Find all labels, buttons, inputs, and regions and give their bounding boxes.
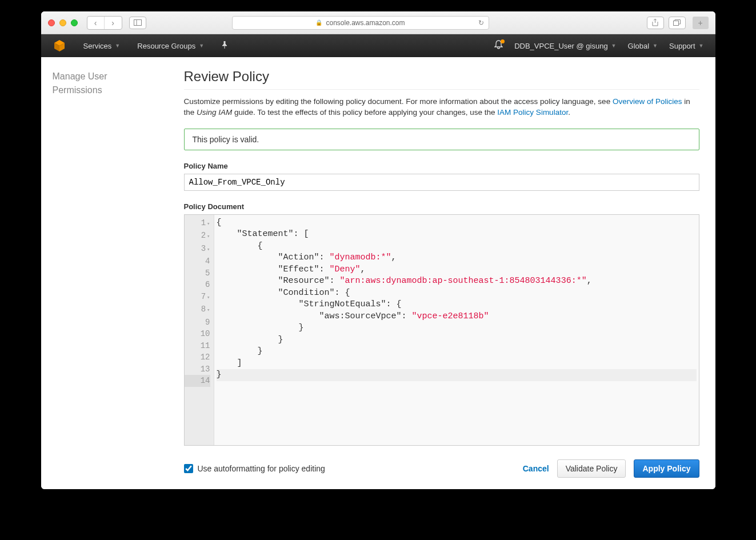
validate-policy-button[interactable]: Validate Policy (557, 459, 626, 478)
maximize-window-button[interactable] (71, 19, 78, 26)
browser-chrome: ‹ › 🔒 console.aws.amazon.com ↻ + (41, 11, 715, 34)
user-menu[interactable]: DDB_VPCE_User @ gisung ▼ (514, 42, 616, 50)
chevron-down-icon: ▼ (199, 43, 204, 49)
autoformat-label: Use autoformatting for policy editing (198, 464, 325, 473)
autoformat-input[interactable] (184, 464, 193, 473)
address-bar[interactable]: 🔒 console.aws.amazon.com ↻ (232, 16, 489, 30)
sidebar: Manage User Permissions (41, 57, 173, 489)
editor-body[interactable]: { "Statement": [ { "Action": "dynamodb:*… (214, 215, 699, 445)
chevron-down-icon: ▼ (653, 43, 658, 49)
notifications-icon[interactable] (494, 40, 503, 51)
header-right: DDB_VPCE_User @ gisung ▼ Global ▼ Suppor… (494, 40, 703, 51)
autoformat-checkbox[interactable]: Use autoformatting for policy editing (184, 464, 325, 473)
sidebar-icon (134, 19, 142, 26)
reload-icon[interactable]: ↻ (478, 19, 484, 27)
editor-gutter: 1234567891011121314 (185, 215, 214, 445)
simulator-link[interactable]: IAM Policy Simulator (497, 108, 568, 117)
sidebar-title-line2: Permissions (53, 83, 161, 97)
apply-policy-button[interactable]: Apply Policy (634, 459, 699, 478)
sidebar-title-line1: Manage User (53, 70, 161, 83)
policy-document-editor[interactable]: 1234567891011121314 { "Statement": [ { "… (184, 214, 699, 446)
aws-cube-icon (53, 39, 66, 53)
page-title: Review Policy (184, 69, 699, 90)
browser-window: ‹ › 🔒 console.aws.amazon.com ↻ + Service… (41, 11, 715, 489)
resource-groups-label: Resource Groups (137, 42, 195, 50)
nav-buttons: ‹ › (87, 16, 122, 30)
pin-icon[interactable] (221, 41, 228, 51)
region-menu[interactable]: Global ▼ (628, 42, 658, 50)
lock-icon: 🔒 (315, 19, 322, 26)
url-text: console.aws.amazon.com (326, 19, 405, 27)
overview-link[interactable]: Overview of Policies (613, 97, 682, 106)
aws-header: Services ▼ Resource Groups ▼ DDB_VPCE_Us… (41, 34, 715, 57)
cancel-button[interactable]: Cancel (523, 464, 549, 473)
chevron-down-icon: ▼ (699, 43, 704, 49)
support-menu[interactable]: Support ▼ (669, 42, 703, 50)
resource-groups-menu[interactable]: Resource Groups ▼ (137, 42, 204, 50)
share-icon (652, 19, 658, 26)
policy-name-label: Policy Name (184, 162, 699, 170)
services-label: Services (83, 42, 112, 50)
user-label: DDB_VPCE_User @ gisung (514, 42, 607, 50)
services-menu[interactable]: Services ▼ (83, 42, 121, 50)
share-button[interactable] (647, 17, 664, 29)
validation-message: This policy is valid. (184, 129, 699, 150)
tabs-button[interactable] (669, 17, 686, 29)
policy-name-input[interactable] (184, 174, 699, 191)
tabs-icon (673, 19, 681, 26)
new-tab-button[interactable]: + (693, 17, 709, 29)
svg-rect-2 (674, 21, 679, 26)
minimize-window-button[interactable] (59, 19, 66, 26)
main-content: Review Policy Customize permissions by e… (173, 57, 715, 489)
chevron-down-icon: ▼ (115, 43, 120, 49)
forward-button[interactable]: › (105, 17, 122, 29)
bottom-bar: Use autoformatting for policy editing Ca… (184, 459, 699, 478)
aws-logo[interactable] (53, 39, 66, 53)
browser-right-controls: + (647, 17, 709, 29)
bottom-actions: Cancel Validate Policy Apply Policy (523, 459, 699, 478)
policy-document-label: Policy Document (184, 202, 699, 211)
chevron-down-icon: ▼ (611, 43, 617, 49)
sidebar-toggle-button[interactable] (129, 17, 146, 29)
traffic-lights (48, 19, 78, 26)
content-area: Manage User Permissions Review Policy Cu… (41, 57, 715, 489)
support-label: Support (669, 42, 695, 50)
page-description: Customize permissions by editing the fol… (184, 97, 699, 118)
back-button[interactable]: ‹ (87, 17, 105, 29)
svg-rect-0 (134, 20, 141, 26)
region-label: Global (628, 42, 650, 50)
close-window-button[interactable] (48, 19, 55, 26)
